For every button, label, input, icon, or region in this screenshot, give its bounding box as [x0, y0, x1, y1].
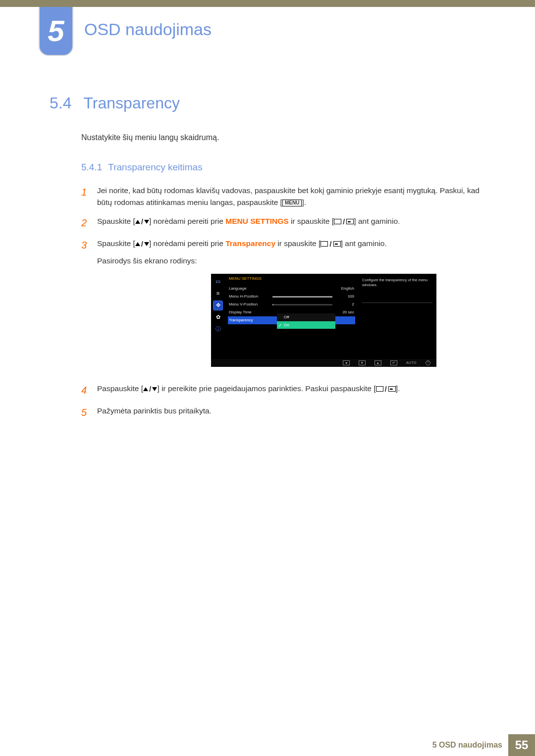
label: Menu V-Position: [229, 302, 269, 307]
source-enter-icon: /: [334, 216, 354, 228]
text: ].: [302, 198, 306, 206]
osd-dropdown: Off On: [277, 313, 335, 329]
section-intro: Nustatykite šių meniu langų skaidrumą.: [81, 133, 495, 142]
text: Spauskite [: [97, 217, 135, 225]
nav-down-icon: ▾: [359, 360, 366, 365]
text: Paspauskite [: [97, 384, 143, 393]
label: Transparency: [229, 317, 269, 323]
nav-auto: AUTO: [406, 360, 417, 366]
osd-title: MENU SETTINGS: [229, 276, 355, 282]
settings-tab-icon: ✿: [213, 312, 223, 322]
label: Menu H-Position: [229, 294, 269, 300]
osd-row-language: Language English: [228, 285, 355, 293]
text: ] norėdami pereiti prie: [149, 239, 225, 248]
up-down-icon: /: [143, 383, 157, 395]
step-5: 5 Pažymėta parinktis bus pritaikyta.: [81, 405, 495, 420]
up-down-icon: /: [135, 216, 149, 228]
step-body: Jei norite, kad būtų rodomas klavišų vad…: [97, 185, 495, 208]
nav-up-icon: ▴: [374, 360, 381, 365]
text: ] ant gaminio.: [341, 239, 387, 248]
nav-enter-icon: ↵: [390, 360, 397, 365]
chapter-title: OSD naudojimas: [84, 20, 212, 39]
keyword: MENU SETTINGS: [225, 217, 288, 225]
chapter-badge: 5: [39, 7, 73, 56]
page-content: 5.4 Transparency Nustatykite šių meniu l…: [50, 94, 495, 427]
option-off: Off: [277, 313, 335, 321]
osd-nav-bar: ◂ ▾ ▴ ↵ AUTO: [211, 359, 436, 367]
section-title: Transparency: [83, 94, 179, 112]
text: ir spauskite [: [289, 217, 334, 225]
step-number: 1: [81, 185, 88, 208]
text: ] ir pereikite prie pageidaujamos parink…: [157, 384, 375, 393]
up-down-icon: /: [135, 238, 149, 250]
osd-screenshot: ▭ ≡ ✥ ✿ ⓘ MENU SETTINGS Language English: [211, 274, 436, 367]
osd-row-vpos: Menu V-Position 2: [228, 301, 355, 308]
step-body: Pažymėta parinktis bus pritaikyta.: [97, 405, 495, 420]
page-footer: 5 OSD naudojimas 55: [432, 734, 535, 756]
size-position-tab-icon: ✥: [213, 301, 223, 310]
step-number: 2: [81, 215, 88, 231]
value: 20 sec: [335, 309, 354, 315]
picture-tab-icon: ▭: [213, 277, 223, 287]
text: Configure the transparency of the menu w…: [362, 278, 428, 287]
step-number: 5: [81, 405, 88, 420]
steps-list: 1 Jei norite, kad būtų rodomas klavišų v…: [81, 185, 495, 420]
subsection-heading: 5.4.1 Transparency keitimas: [81, 162, 495, 173]
step-number: 3: [81, 238, 88, 376]
step-3: 3 Spauskite [/] norėdami pereiti prie Tr…: [81, 238, 495, 376]
text: Pasirodys šis ekrano rodinys:: [97, 255, 495, 267]
divider: [362, 302, 432, 303]
text: ] norėdami pereiti prie: [149, 217, 225, 225]
value: 100: [335, 294, 354, 300]
keyword: Transparency: [225, 239, 275, 248]
info-tab-icon: ⓘ: [213, 324, 223, 334]
step-body: Paspauskite [/] ir pereikite prie pageid…: [97, 383, 495, 398]
osd-row-hpos: Menu H-Position 100: [228, 293, 355, 301]
top-band: [0, 0, 535, 7]
nav-left-icon: ◂: [343, 360, 350, 365]
label: Language: [229, 286, 269, 292]
section-number: 5.4: [50, 94, 71, 112]
value: 2: [335, 302, 354, 307]
page-number: 55: [508, 734, 535, 756]
step-4: 4 Paspauskite [/] ir pereikite prie page…: [81, 383, 495, 398]
slider: [272, 304, 332, 305]
nav-power-icon: [426, 360, 430, 365]
slider: [272, 296, 332, 298]
step-body: Spauskite [/] norėdami pereiti prie MENU…: [97, 215, 495, 231]
subsection-title: Transparency keitimas: [108, 162, 202, 173]
text: ].: [396, 384, 400, 393]
chapter-number: 5: [48, 16, 64, 46]
source-enter-icon: /: [321, 238, 340, 250]
text: Spauskite [: [97, 239, 135, 248]
color-tab-icon: ≡: [213, 289, 223, 299]
text: ] ant gaminio.: [354, 217, 400, 225]
step-body: Spauskite [/] norėdami pereiti prie Tran…: [97, 238, 495, 376]
step-number: 4: [81, 383, 88, 398]
menu-button-icon: MENU: [282, 200, 302, 206]
source-enter-icon: /: [376, 383, 396, 395]
subsection-number: 5.4.1: [81, 162, 102, 173]
osd-sidebar: ▭ ≡ ✥ ✿ ⓘ: [211, 274, 225, 367]
osd-description: Configure the transparency of the menu w…: [362, 278, 432, 303]
footer-text: 5 OSD naudojimas: [432, 741, 508, 750]
option-on: On: [277, 321, 335, 329]
section-heading: 5.4 Transparency: [50, 94, 495, 112]
step-2: 2 Spauskite [/] norėdami pereiti prie ME…: [81, 215, 495, 231]
step-1: 1 Jei norite, kad būtų rodomas klavišų v…: [81, 185, 495, 208]
text: ir spauskite [: [275, 239, 321, 248]
value: English: [335, 286, 354, 292]
label: Display Time: [229, 309, 269, 315]
